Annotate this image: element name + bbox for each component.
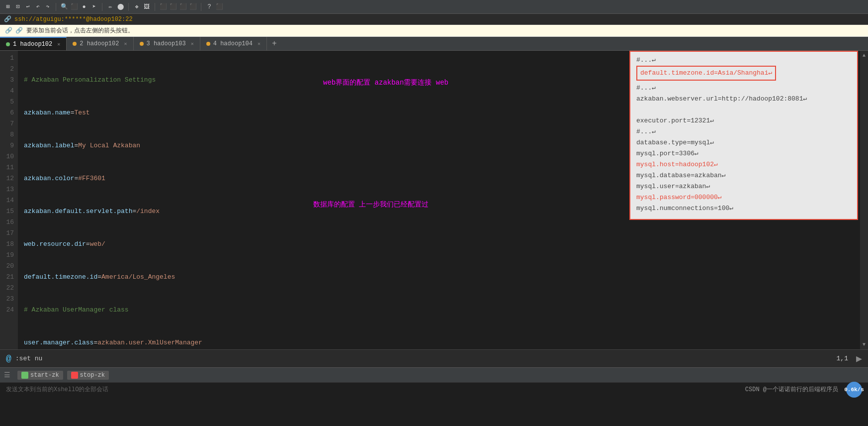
start-zk-icon [21, 372, 28, 379]
scroll-handle[interactable]: ▶ [856, 352, 862, 365]
toolbar-icon-16[interactable]: ⬛ [189, 3, 197, 11]
tab-dot-2 [73, 42, 77, 46]
ssh-bar: 🔗 ssh://atguigu:******@hadoop102:22 [0, 14, 868, 25]
mysql-password-line: mysql.password=000000↵ [636, 192, 851, 203]
toolbar-icon-4[interactable]: ↶ [34, 3, 42, 11]
code-line-7: default.timezone.id=America/Los_Angeles [24, 272, 868, 283]
right-scrollbar[interactable]: ▲ ▼ [860, 51, 868, 349]
db-annotation: 数据库的配置 上一步我们已经配置过 [313, 200, 429, 209]
toolbar-icon-14[interactable]: ⬛ [169, 3, 177, 11]
status-bar: @ :set nu 1,1 ▶ [0, 349, 868, 367]
toolbar-icon-13[interactable]: ⬛ [159, 3, 167, 11]
code-line-9: user.manager.class=azkaban.user.XmlUserM… [24, 337, 868, 348]
ssh-label: ssh://atguigu:******@hadoop102:22 [14, 16, 133, 23]
tab-hadoop103[interactable]: 3 hadoop103 ✕ [134, 37, 200, 50]
start-zk-tab[interactable]: start-zk [17, 371, 63, 380]
tab-add-button[interactable]: + [267, 37, 282, 50]
toolbar-icon-11[interactable]: ❖ [133, 3, 141, 11]
menu-icon[interactable]: ☰ [4, 371, 10, 379]
toolbar-icon-8[interactable]: ➤ [90, 3, 98, 11]
toolbar: ⊞ ⊡ ↩ ↶ ↷ 🔍 ⬛ ● ➤ ✏ ⬤ ❖ 🖼 ⬛ ⬛ ⬛ ⬛ ? ⬛ [0, 0, 868, 14]
toolbar-icon-help[interactable]: ? [205, 3, 213, 11]
tab-label-4: 4 hadoop104 [213, 40, 253, 47]
tab-hadoop102-1[interactable]: 1 hadoop102 ✕ [0, 37, 67, 50]
toolbar-icon-3[interactable]: ↩ [24, 3, 32, 11]
bottom-status-bar: 发送文本到当前的XshellO的全部会话 CSDN @一个诺诺前行的后端程序员 … [0, 382, 868, 396]
speed-badge: 0.6k/s [846, 382, 862, 398]
toolbar-icon-9[interactable]: ✏ [106, 3, 114, 11]
start-zk-label: start-zk [30, 372, 59, 379]
toolbar-icon-15[interactable]: ⬛ [179, 3, 187, 11]
tab-close-3[interactable]: ✕ [191, 41, 194, 47]
tab-close-4[interactable]: ✕ [258, 41, 260, 47]
scroll-down[interactable]: ▼ [863, 342, 866, 347]
notice-bar: 🔗 🔗 要添加当前会话，点击左侧的箭头按钮。 [0, 25, 868, 37]
stop-zk-icon [71, 372, 78, 379]
tab-bar: 1 hadoop102 ✕ 2 hadoop102 ✕ 3 hadoop103 … [0, 37, 868, 51]
mysql-host-line: mysql.host=hadoop102↵ [636, 159, 851, 170]
tab-dot-1 [6, 42, 10, 46]
toolbar-icon-7[interactable]: ● [80, 3, 88, 11]
toolbar-icon-17[interactable]: ⬛ [215, 3, 223, 11]
tab-label-2: 2 hadoop102 [80, 40, 119, 47]
stop-zk-label: stop-zk [80, 372, 105, 379]
tab-label-3: 3 hadoop103 [147, 40, 186, 47]
tab-hadoop102-2[interactable]: 2 hadoop102 ✕ [67, 37, 133, 50]
tab-dot-3 [140, 42, 144, 46]
toolbar-icon-12[interactable]: 🖼 [143, 3, 151, 11]
toolbar-icon-10[interactable]: ⬤ [116, 3, 124, 11]
vim-command: :set nu [15, 355, 43, 362]
bottom-tabs: ☰ start-zk stop-zk [0, 367, 868, 382]
code-line-6: web.resource.dir=web/ [24, 239, 868, 250]
speed-value: 0.6k/s [844, 387, 864, 393]
toolbar-icon-1[interactable]: ⊞ [4, 3, 12, 11]
csdn-label: CSDN @一个诺诺前行的后端程序员 [745, 385, 838, 394]
bottom-message: 发送文本到当前的XshellO的全部会话 [6, 385, 108, 394]
tab-dot-4 [206, 42, 210, 46]
toolbar-icon-2[interactable]: ⊡ [14, 3, 22, 11]
timezone-highlighted: default.timezone.id=Asia/Shanghai↵ [636, 66, 776, 81]
line-numbers: 12345 678910 1112131415 1617181920 21222… [0, 51, 18, 349]
config-popup: #...↵ default.timezone.id=Asia/Shanghai↵… [629, 51, 858, 220]
tab-close-2[interactable]: ✕ [124, 41, 127, 47]
bottom-right-info: CSDN @一个诺诺前行的后端程序员 0.6k/s [745, 382, 862, 398]
tab-hadoop104[interactable]: 4 hadoop104 ✕ [200, 37, 267, 50]
notice-text: 🔗 要添加当前会话，点击左侧的箭头按钮。 [15, 26, 134, 35]
toolbar-icon-5[interactable]: ↷ [44, 3, 52, 11]
toolbar-icon-search[interactable]: 🔍 [60, 3, 68, 11]
toolbar-icon-6[interactable]: ⬛ [70, 3, 78, 11]
at-sign: @ [6, 354, 11, 364]
tab-label-1: 1 hadoop102 [13, 41, 52, 48]
stop-zk-tab[interactable]: stop-zk [67, 371, 109, 380]
scroll-up[interactable]: ▲ [863, 53, 866, 58]
web-annotation: web界面的配置 azakban需要连接 web [323, 78, 448, 87]
tab-close-1[interactable]: ✕ [57, 41, 60, 47]
code-line-8: # Azkaban UserManager class [24, 305, 868, 316]
cursor-position: 1,1 [837, 355, 848, 362]
